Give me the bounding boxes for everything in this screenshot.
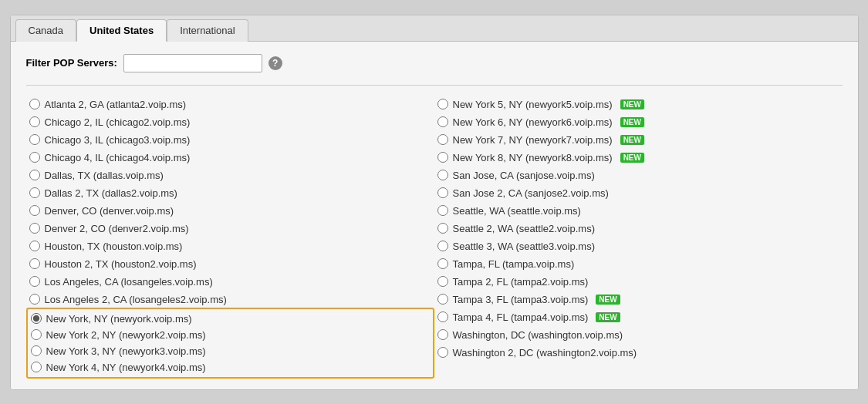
content-area: Filter POP Servers: ? Atlanta 2, GA (atl… [11, 42, 858, 389]
server-radio[interactable] [437, 152, 448, 163]
list-item: San Jose 2, CA (sanjose2.voip.ms) [434, 185, 843, 201]
list-item: New York 3, NY (newyork3.voip.ms) [28, 343, 433, 359]
server-radio[interactable] [437, 170, 448, 180]
server-radio[interactable] [437, 134, 448, 145]
server-radio[interactable] [437, 347, 448, 358]
list-item: Tampa, FL (tampa.voip.ms) [434, 256, 843, 272]
list-item: Seattle 3, WA (seattle3.voip.ms) [434, 238, 843, 254]
list-item: Los Angeles 2, CA (losangeles2.voip.ms) [26, 291, 434, 308]
server-radio[interactable] [437, 258, 448, 269]
server-radio[interactable] [29, 170, 40, 180]
list-item: Seattle, WA (seattle.voip.ms) [434, 203, 843, 219]
server-radio[interactable] [29, 187, 40, 198]
list-item: Tampa 4, FL (tampa4.voip.ms) NEW [434, 309, 843, 325]
list-item: Dallas, TX (dallas.voip.ms) [26, 167, 434, 183]
server-radio[interactable] [29, 241, 40, 251]
new-badge: NEW [596, 295, 620, 305]
list-item: New York 4, NY (newyork4.voip.ms) [28, 359, 433, 375]
new-badge: NEW [620, 153, 644, 163]
server-radio[interactable] [437, 116, 448, 127]
list-item: Atlanta 2, GA (atlanta2.voip.ms) [26, 96, 434, 113]
filter-input[interactable] [123, 54, 262, 72]
list-item: Denver 2, CO (denver2.voip.ms) [26, 221, 434, 237]
new-badge: NEW [596, 312, 620, 322]
list-item: Chicago 2, IL (chicago2.voip.ms) [26, 114, 434, 130]
server-radio[interactable] [437, 294, 448, 305]
section-divider [26, 85, 843, 86]
new-badge: NEW [620, 135, 644, 145]
server-col-left: Atlanta 2, GA (atlanta2.voip.ms) Chicago… [26, 96, 434, 377]
tab-canada[interactable]: Canada [15, 19, 77, 42]
server-columns: Atlanta 2, GA (atlanta2.voip.ms) Chicago… [26, 96, 843, 377]
list-item: Chicago 3, IL (chicago3.voip.ms) [26, 132, 434, 148]
list-item: New York 6, NY (newyork6.voip.ms) NEW [434, 114, 843, 130]
server-radio[interactable] [29, 205, 40, 216]
list-item: Tampa 2, FL (tampa2.voip.ms) [434, 274, 843, 290]
list-item: Dallas 2, TX (dallas2.voip.ms) [26, 185, 434, 201]
list-item: Houston, TX (houston.voip.ms) [26, 238, 434, 254]
filter-label: Filter POP Servers: [26, 57, 117, 69]
tab-bar: Canada United States International [11, 15, 858, 42]
list-item: Denver, CO (denver.voip.ms) [26, 203, 434, 219]
server-radio[interactable] [437, 241, 448, 251]
list-item: San Jose, CA (sanjose.voip.ms) [434, 167, 843, 183]
list-item: Tampa 3, FL (tampa3.voip.ms) NEW [434, 291, 843, 308]
server-radio[interactable] [29, 223, 40, 234]
new-badge: NEW [620, 99, 644, 109]
main-container: Canada United States International Filte… [10, 15, 859, 390]
server-radio[interactable] [29, 294, 40, 305]
list-item: Washington 2, DC (washington2.voip.ms) [434, 345, 843, 361]
server-radio[interactable] [437, 205, 448, 216]
tab-united-states[interactable]: United States [76, 19, 167, 42]
server-radio[interactable] [31, 345, 42, 356]
server-radio[interactable] [29, 258, 40, 269]
new-badge: NEW [620, 117, 644, 127]
help-icon[interactable]: ? [269, 56, 282, 70]
list-item: New York 7, NY (newyork7.voip.ms) NEW [434, 132, 843, 148]
server-col-right: New York 5, NY (newyork5.voip.ms) NEW Ne… [434, 96, 843, 377]
server-radio[interactable] [31, 362, 42, 372]
server-radio[interactable] [31, 313, 42, 324]
server-radio[interactable] [437, 311, 448, 322]
server-radio[interactable] [29, 116, 40, 127]
list-item: New York 2, NY (newyork2.voip.ms) [28, 327, 433, 343]
server-radio[interactable] [437, 329, 448, 340]
selected-group: New York, NY (newyork.voip.ms) New York … [26, 308, 434, 379]
list-item: New York 8, NY (newyork8.voip.ms) NEW [434, 150, 843, 166]
list-item: New York 5, NY (newyork5.voip.ms) NEW [434, 96, 843, 113]
list-item: Houston 2, TX (houston2.voip.ms) [26, 256, 434, 272]
server-radio[interactable] [29, 99, 40, 109]
server-radio[interactable] [29, 152, 40, 163]
list-item: New York, NY (newyork.voip.ms) [28, 311, 433, 327]
server-radio[interactable] [437, 99, 448, 109]
filter-row: Filter POP Servers: ? [26, 54, 843, 72]
server-radio[interactable] [29, 276, 40, 287]
list-item: Seattle 2, WA (seattle2.voip.ms) [434, 221, 843, 237]
tab-international[interactable]: International [167, 19, 248, 42]
server-radio[interactable] [31, 329, 42, 340]
server-radio[interactable] [437, 187, 448, 198]
server-radio[interactable] [437, 276, 448, 287]
list-item: Washington, DC (washington.voip.ms) [434, 327, 843, 343]
list-item: Chicago 4, IL (chicago4.voip.ms) [26, 150, 434, 166]
server-radio[interactable] [29, 134, 40, 145]
list-item: Los Angeles, CA (losangeles.voip.ms) [26, 274, 434, 290]
server-radio[interactable] [437, 223, 448, 234]
